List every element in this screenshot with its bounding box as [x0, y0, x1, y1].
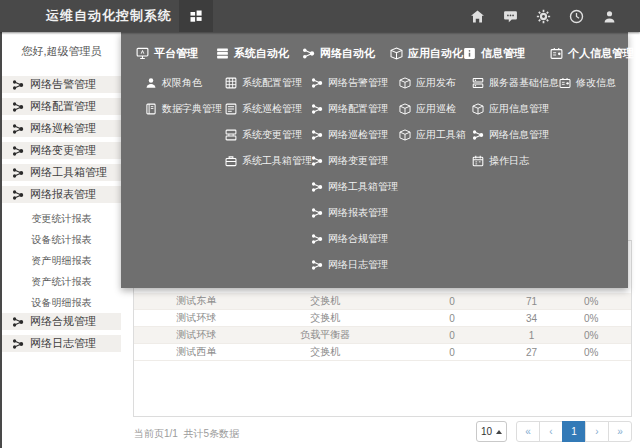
sidebar-item[interactable]: 网络变更管理	[2, 142, 121, 159]
menu-item[interactable]: 网络日志管理	[302, 258, 390, 272]
sidebar-item-label: 网络合规管理	[30, 314, 96, 329]
menu-item[interactable]: 网络信息管理	[463, 128, 550, 142]
menu-item[interactable]: 网络巡检管理	[302, 128, 390, 142]
home-icon	[470, 9, 485, 24]
menu-item[interactable]: 操作日志	[463, 154, 550, 168]
network-nodes-icon	[472, 129, 484, 141]
menu-item[interactable]: 系统配置管理	[216, 76, 302, 90]
pagination-page-current[interactable]: 1	[562, 421, 586, 442]
header-nav-home-icon[interactable]	[461, 9, 494, 24]
menu-item-label: 系统变更管理	[242, 128, 302, 142]
menu-item[interactable]: 网络工具箱管理	[302, 180, 390, 194]
menu-section-header[interactable]: 系统自动化	[216, 45, 302, 61]
menu-section-header[interactable]: 个人信息管理	[550, 45, 628, 61]
table-cell: 负载平衡器	[258, 328, 392, 342]
menu-section-label: 网络自动化	[320, 46, 375, 61]
menu-section-header[interactable]: 网络自动化	[302, 45, 390, 61]
dictionary-book-icon	[145, 103, 157, 115]
menu-item-label: 应用工具箱	[416, 128, 466, 142]
user-icon	[602, 9, 617, 24]
menu-item[interactable]: 应用发布	[390, 76, 463, 90]
menu-item[interactable]: 系统巡检管理	[216, 102, 302, 116]
sidebar-item[interactable]: 网络告警管理	[2, 76, 121, 93]
menu-item[interactable]: 服务器基础信息	[463, 76, 550, 90]
menu-item[interactable]: 应用信息管理	[463, 102, 550, 116]
sidebar-item[interactable]: 网络日志管理	[2, 335, 121, 352]
menu-item[interactable]: 权限角色	[136, 76, 216, 90]
network-nodes-icon	[311, 181, 323, 193]
menu-item-label: 网络信息管理	[489, 128, 549, 142]
menu-item[interactable]: 系统工具箱管理	[216, 154, 302, 168]
toolbox-icon	[225, 155, 237, 167]
menu-item[interactable]: 网络报表管理	[302, 206, 390, 220]
sidebar-item[interactable]: 网络配置管理	[2, 98, 121, 115]
menu-section-header[interactable]: 平台管理	[136, 45, 216, 61]
sidebar-menu: 网络告警管理网络配置管理网络巡检管理网络变更管理网络工具箱管理网络报表管理变更统…	[2, 76, 121, 352]
mega-menu: 平台管理权限角色数据字典管理系统自动化系统配置管理系统巡检管理系统变更管理系统工…	[121, 32, 628, 288]
network-nodes-icon	[311, 207, 323, 219]
menu-section-label: 系统自动化	[234, 46, 289, 61]
header-nav-user-icon[interactable]	[593, 9, 626, 24]
app-box-icon	[399, 77, 411, 89]
menu-section-header[interactable]: 应用自动化	[390, 45, 463, 61]
sidebar-item[interactable]: 网络工具箱管理	[2, 164, 121, 181]
menu-item[interactable]: 网络合规管理	[302, 232, 390, 246]
menu-item[interactable]: 网络变更管理	[302, 154, 390, 168]
sidebar-subitem[interactable]: 资产明细报表	[2, 250, 121, 271]
table-body: 测试东单交换机0710%测试环球交换机0340%测试环球负载平衡器010%测试西…	[134, 293, 631, 361]
sidebar-subitem[interactable]: 设备统计报表	[2, 229, 121, 250]
sidebar-subitem[interactable]: 资产统计报表	[2, 271, 121, 292]
menu-item-label: 数据字典管理	[162, 102, 222, 116]
app-box-icon	[399, 129, 411, 141]
pagination-summary: 当前页1/1 共计5条数据	[134, 427, 239, 441]
table-cell: 0	[392, 296, 511, 307]
app-box-icon	[399, 103, 411, 115]
menu-item-label: 服务器基础信息	[489, 76, 559, 90]
header-nav-history-clock-icon[interactable]	[560, 9, 593, 24]
menu-item-label: 网络告警管理	[328, 76, 388, 90]
table-cell: 测试东单	[134, 294, 258, 308]
page-size-select[interactable]: 10	[476, 421, 507, 442]
info-square-icon	[463, 47, 476, 60]
menu-item[interactable]: 应用工具箱	[390, 128, 463, 142]
table-cell: 1	[512, 330, 552, 341]
system-stack-icon	[216, 47, 229, 60]
menu-item[interactable]: 应用巡检	[390, 102, 463, 116]
menu-item[interactable]: 网络配置管理	[302, 102, 390, 116]
sidebar-item-label: 网络工具箱管理	[30, 165, 107, 180]
header-nav-messages-icon[interactable]	[494, 9, 527, 24]
app-title: 运维自动化控制系统	[46, 7, 172, 25]
network-nodes-icon	[311, 103, 323, 115]
greeting-text: 您好,超级管理员	[2, 32, 121, 76]
table-cell: 交换机	[258, 345, 392, 359]
menu-section-label: 平台管理	[154, 46, 198, 61]
menu-item[interactable]: 网络告警管理	[302, 76, 390, 90]
settings-gear-icon	[536, 9, 551, 24]
sidebar-item[interactable]: 网络报表管理	[2, 186, 121, 203]
role-person-icon	[145, 77, 157, 89]
sidebar-subitem[interactable]: 变更统计报表	[2, 208, 121, 229]
menu-item-label: 网络日志管理	[328, 258, 388, 272]
menu-section-header[interactable]: 信息管理	[463, 45, 550, 61]
pagination-button[interactable]: ›	[585, 421, 609, 442]
network-nodes-icon	[311, 155, 323, 167]
pagination-button[interactable]: »	[608, 421, 632, 442]
sidebar-item[interactable]: 网络巡检管理	[2, 120, 121, 137]
change-grid-icon	[225, 129, 237, 141]
sidebar-item[interactable]: 网络合规管理	[2, 313, 121, 330]
menu-item-label: 应用信息管理	[489, 102, 549, 116]
network-nodes-icon	[12, 145, 24, 157]
apps-button[interactable]	[179, 0, 213, 32]
pagination-group: «‹1›»	[516, 421, 632, 442]
apps-grid-icon	[189, 9, 203, 23]
menu-item[interactable]: 修改信息	[550, 76, 628, 90]
menu-item[interactable]: 系统变更管理	[216, 128, 302, 142]
menu-item[interactable]: 数据字典管理	[136, 102, 216, 116]
pagination-button[interactable]: ‹	[539, 421, 563, 442]
header-nav-settings-gear-icon[interactable]	[527, 9, 560, 24]
menu-item-label: 系统配置管理	[242, 76, 302, 90]
pagination-button[interactable]: «	[516, 421, 540, 442]
menu-column: 平台管理权限角色数据字典管理	[136, 45, 216, 288]
sidebar-subitem[interactable]: 设备明细报表	[2, 292, 121, 313]
inspection-list-icon	[225, 103, 237, 115]
